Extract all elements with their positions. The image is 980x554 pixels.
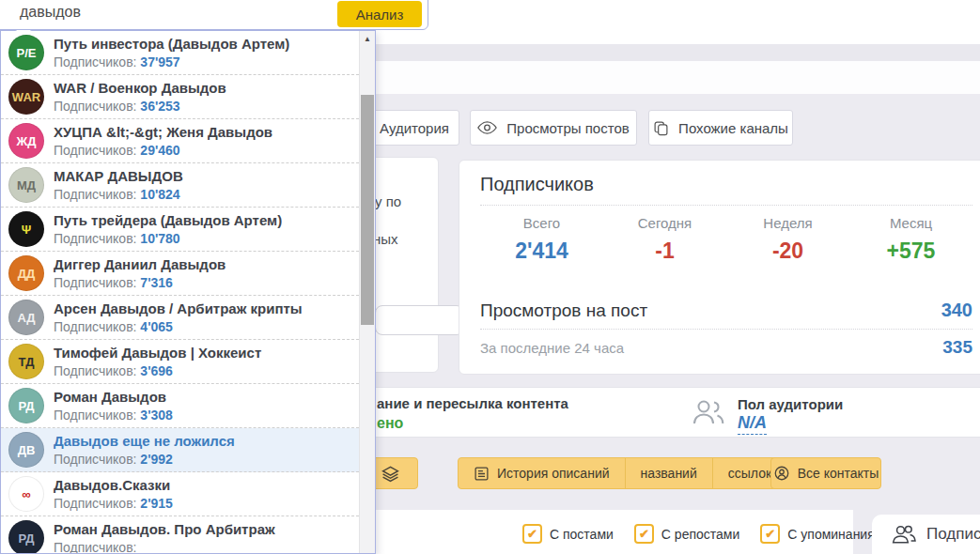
tab-audience-label: Аудитория xyxy=(380,120,449,136)
panel-text-fragment: ных xyxy=(373,231,398,247)
channel-name: Давыдов еще не ложился xyxy=(54,433,350,449)
channel-result-item[interactable]: P/E Путь инвестора (Давыдов Артем) Подпи… xyxy=(1,31,359,75)
subscribers-label: Подписчиков: xyxy=(54,408,136,423)
filter-checkbox-item[interactable]: ✔ С репостами xyxy=(634,524,739,544)
filter-label: С постами xyxy=(550,527,614,542)
subscribers-label: Подписчиков: xyxy=(54,54,136,69)
page: Аудитория Просмотры постов Похожие канал… xyxy=(0,0,980,554)
subscribers-count: 10'780 xyxy=(140,231,179,246)
channel-avatar: РД xyxy=(8,520,44,553)
channel-avatar: АД xyxy=(8,300,44,335)
tab-similar-channels[interactable]: Похожие каналы xyxy=(648,110,793,146)
stat-label: Сегодня xyxy=(603,215,726,231)
tab-similar-channels-label: Похожие каналы xyxy=(678,120,788,136)
channel-result-item[interactable]: ЖД ХУЦПА &lt;-&gt; Женя Давыдов Подписчи… xyxy=(1,119,359,163)
views-24h-value: 335 xyxy=(942,337,972,358)
history-names-button[interactable]: названий xyxy=(626,458,713,488)
channel-results-list: P/E Путь инвестора (Давыдов Артем) Подпи… xyxy=(1,31,359,553)
users-icon xyxy=(891,523,917,546)
subscribers-label: Подписчиков: xyxy=(54,540,136,553)
channel-name: Путь инвестора (Давыдов Артем) xyxy=(54,36,350,52)
views-per-post-label: Просмотров на пост xyxy=(480,300,647,321)
subscribers-count: 10'824 xyxy=(140,187,179,202)
channel-result-item[interactable]: Ψ Путь трейдера (Давыдов Артем) Подписчи… xyxy=(1,208,359,252)
channel-result-item[interactable]: АД Арсен Давыдов / Арбитраж крипты Подпи… xyxy=(1,296,359,340)
stat-column: Месяц +575 xyxy=(849,215,972,264)
channel-result-item[interactable]: МД МАКАР ДАВЫДОВ Подписчиков: 10'824 xyxy=(1,163,359,208)
channel-name: Тимофей Давыдов | Хоккеист xyxy=(54,345,350,361)
search-input[interactable]: давыдов xyxy=(20,4,81,21)
stat-column: Всего 2'414 xyxy=(480,215,603,264)
audience-gender-value[interactable]: N/A xyxy=(738,413,767,435)
analyze-button[interactable]: Анализ xyxy=(337,1,422,27)
subscribers-count: 29'460 xyxy=(140,143,179,158)
channel-result-item[interactable]: ТД Тимофей Давыдов | Хоккеист Подписчико… xyxy=(1,340,359,384)
tab-post-views[interactable]: Просмотры постов xyxy=(470,110,637,146)
channel-subscribers: Подписчиков: 3'308 xyxy=(54,408,350,423)
channel-avatar: WAR xyxy=(8,79,44,115)
scrollbar-thumb[interactable] xyxy=(361,95,374,325)
channel-result-item[interactable]: ∞ Давыдов.Сказки Подписчиков: 2'915 xyxy=(1,472,359,516)
citation-label: ание и пересылка контента xyxy=(377,395,568,411)
channel-name: Диггер Даниил Давыдов xyxy=(54,256,350,272)
channel-subscribers: Подписчиков: xyxy=(54,540,350,553)
stat-label: Месяц xyxy=(849,215,972,231)
channel-name: Давыдов.Сказки xyxy=(54,477,350,493)
citation-card: ание и пересылка контента ено Пол аудито… xyxy=(319,387,980,438)
scroll-up-icon[interactable]: ▲ xyxy=(360,31,375,47)
subscribers-count: 4'065 xyxy=(140,319,172,334)
subscribers-count: 3'696 xyxy=(140,363,172,378)
channel-subscribers: Подписчиков: 36'253 xyxy=(54,99,350,114)
dropdown-scrollbar[interactable]: ▲ xyxy=(359,31,375,553)
subscribers-label: Подписчиков: xyxy=(54,496,136,511)
views-24h-label: За последние 24 часа xyxy=(480,340,624,356)
panel-text-fragment: у по xyxy=(375,193,401,209)
subscribers-count: 37'957 xyxy=(140,54,179,69)
channel-name: Арсен Давыдов / Арбитраж крипты xyxy=(54,300,350,316)
history-names-label: названий xyxy=(641,466,697,481)
channel-result-item[interactable]: РД Роман Давыдов. Про Арбитраж Подписчик… xyxy=(1,516,359,553)
subscribers-label: Подписчиков: xyxy=(54,452,136,467)
subscribers-panel-tab[interactable]: Подписч xyxy=(872,515,980,554)
audience-gender-label: Пол аудитории xyxy=(738,396,843,412)
stat-label: Неделя xyxy=(726,215,849,231)
checkbox-icon[interactable]: ✔ xyxy=(634,524,654,544)
panel-input-fragment[interactable] xyxy=(375,305,464,335)
channel-subscribers: Подписчиков: 29'460 xyxy=(54,143,350,158)
channel-result-item[interactable]: ДВ Давыдов еще не ложился Подписчиков: 2… xyxy=(1,428,359,472)
tab-post-views-label: Просмотры постов xyxy=(506,120,629,136)
channel-subscribers: Подписчиков: 2'992 xyxy=(54,452,350,467)
channel-avatar: ДВ xyxy=(8,432,44,468)
channel-avatar: ∞ xyxy=(8,476,44,512)
filter-checkbox-item[interactable]: ✔ С постами xyxy=(522,524,614,544)
subscribers-label: Подписчиков: xyxy=(54,319,136,334)
people-icon xyxy=(692,397,725,427)
history-links-label: ссылок xyxy=(728,466,771,481)
stat-columns: Всего 2'414 Сегодня -1 Неделя -20 Месяц … xyxy=(480,215,972,264)
channel-name: Путь трейдера (Давыдов Артем) xyxy=(54,212,350,228)
checkbox-icon[interactable]: ✔ xyxy=(760,524,780,544)
stat-value: 2'414 xyxy=(480,239,603,264)
channel-result-item[interactable]: ДД Диггер Даниил Давыдов Подписчиков: 7'… xyxy=(1,252,359,296)
channel-avatar: ТД xyxy=(8,344,44,379)
channel-avatar: Ψ xyxy=(8,211,44,247)
channel-result-item[interactable]: РД Роман Давыдов Подписчиков: 3'308 xyxy=(1,384,359,428)
filter-label: С репостами xyxy=(661,527,739,542)
subscribers-count: 36'253 xyxy=(140,99,179,114)
channel-result-item[interactable]: WAR WAR / Военкор Давыдов Подписчиков: 3… xyxy=(1,75,359,119)
subscribers-label: Подписчиков: xyxy=(54,143,136,158)
subscribers-label: Подписчиков: xyxy=(54,99,136,114)
channel-name: ХУЦПА &lt;-&gt; Женя Давыдов xyxy=(54,124,350,140)
checkbox-icon[interactable]: ✔ xyxy=(522,524,542,544)
history-descriptions-button[interactable]: История описаний xyxy=(459,458,626,488)
subscribers-count: 3'308 xyxy=(140,408,172,423)
all-contacts-button[interactable]: Все контакты xyxy=(770,457,881,489)
channel-avatar: ЖД xyxy=(8,123,44,159)
stat-value: -20 xyxy=(726,239,849,264)
subscribers-title: Подписчиков xyxy=(480,174,972,206)
eye-icon xyxy=(477,120,497,135)
channel-avatar: P/E xyxy=(8,35,44,70)
subscribers-stats-card: Подписчиков Всего 2'414 Сегодня -1 Недел… xyxy=(459,160,980,375)
subscribers-label: Подписчиков: xyxy=(54,363,136,378)
channel-subscribers: Подписчиков: 2'915 xyxy=(54,496,350,511)
